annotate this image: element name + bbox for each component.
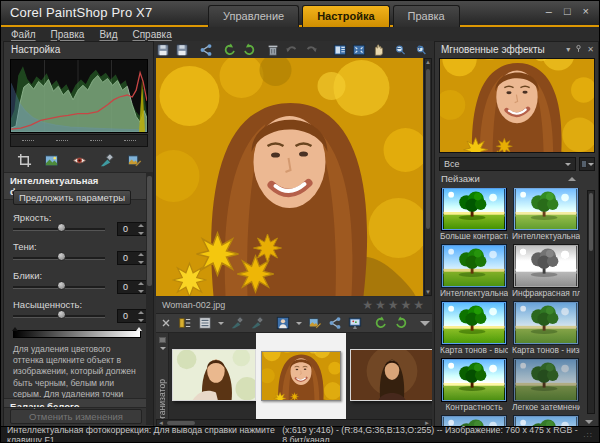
- white-balance-header[interactable]: Баланс белого: [4, 398, 148, 408]
- brightness-spinner[interactable]: 0: [117, 222, 147, 236]
- effect-card[interactable]: Карта тонов - выс...: [440, 302, 508, 359]
- red-eye-icon[interactable]: [70, 152, 88, 168]
- effects-scroll-down-icon[interactable]: [585, 420, 593, 424]
- zoom-in-icon[interactable]: +: [416, 43, 432, 57]
- saturation-spinner[interactable]: 0: [117, 309, 147, 323]
- shadows-slider-thumb[interactable]: [57, 252, 66, 261]
- highlights-slider-group: Блики: 0: [13, 270, 147, 296]
- effects-filter-dropdown[interactable]: Все: [439, 157, 576, 171]
- view-options-arrow-icon[interactable]: [218, 322, 224, 325]
- undo-icon[interactable]: [285, 43, 299, 57]
- organizer-thumb-2-selected[interactable]: [256, 333, 346, 419]
- image-information-icon[interactable]: [333, 43, 347, 57]
- zoom-out-icon[interactable]: –: [395, 43, 411, 57]
- effect-card[interactable]: Контрастность: [440, 359, 508, 416]
- category-collapse-icon[interactable]: [568, 177, 576, 181]
- makeover-icon[interactable]: [98, 152, 116, 168]
- rotate-left-icon[interactable]: [223, 43, 237, 57]
- brush-icon[interactable]: [250, 316, 264, 330]
- saturation-slider-thumb[interactable]: [57, 310, 66, 319]
- organizer-tab-arrow-icon[interactable]: [160, 347, 166, 350]
- rotate-right-icon[interactable]: [242, 43, 256, 57]
- effect-label: Интеллектуальная ...: [512, 231, 580, 241]
- histogram-ticks: [10, 134, 148, 147]
- white-balance-gradient[interactable]: [13, 330, 141, 338]
- pan-icon[interactable]: [371, 43, 385, 57]
- save-options-icon[interactable]: [175, 43, 189, 57]
- pin-icon[interactable]: [574, 42, 587, 55]
- tab-adjust[interactable]: Настройка: [302, 5, 389, 27]
- scroll-down-icon[interactable]: ▼: [425, 289, 431, 295]
- status-bar: Интеллектуальная фотокоррекция: Для выво…: [1, 426, 599, 442]
- shadows-spinner[interactable]: 0: [117, 251, 147, 265]
- status-help-text: Интеллектуальная фотокоррекция: Для выво…: [7, 425, 282, 443]
- menu-bar: Файл Правка Вид Справка: [1, 27, 599, 41]
- close-button[interactable]: ×: [583, 5, 589, 17]
- slideshow-icon[interactable]: [348, 316, 362, 330]
- redo-icon[interactable]: [304, 43, 318, 57]
- effect-card[interactable]: Интеллектуальная ...: [512, 188, 580, 245]
- maximize-button[interactable]: □: [564, 5, 571, 17]
- tag-icon[interactable]: [230, 316, 244, 330]
- rating-stars[interactable]: ★★★★★: [362, 298, 426, 312]
- effect-card[interactable]: Больше контраста: [440, 188, 508, 245]
- crop-icon[interactable]: [15, 152, 33, 168]
- organizer-thumb-3[interactable]: [350, 349, 432, 401]
- menu-help[interactable]: Справка: [132, 29, 171, 40]
- canvas-vertical-scrollbar[interactable]: ▲ ▼: [424, 58, 432, 296]
- effect-card[interactable]: Инфракрасная плен...: [512, 245, 580, 302]
- scroll-up-icon[interactable]: ▲: [425, 59, 431, 65]
- organizer-rotate-left-icon[interactable]: [374, 316, 388, 330]
- fill-light-icon[interactable]: [125, 152, 143, 168]
- status-image-info: (x:619 y:416) - (R:84,G:36,B:13,O:255) -…: [282, 425, 579, 443]
- edit-photo-icon[interactable]: [308, 316, 322, 330]
- organizer-rotate-right-icon[interactable]: [394, 316, 408, 330]
- panel-menu-arrow-icon[interactable]: ▾: [566, 43, 574, 54]
- people-options-arrow-icon[interactable]: [296, 322, 302, 325]
- sort-icon[interactable]: [178, 316, 192, 330]
- menu-view[interactable]: Вид: [99, 29, 117, 40]
- organizer-collapse-icon[interactable]: [420, 321, 430, 326]
- organizer-close-icon[interactable]: [160, 316, 172, 330]
- effect-label: Легкое затемнение: [512, 402, 580, 412]
- brightness-slider-group: Яркость: 0: [13, 212, 147, 238]
- effect-card[interactable]: Легкое затемнение: [512, 359, 580, 416]
- tab-manage[interactable]: Управление: [208, 5, 299, 27]
- straighten-icon[interactable]: [43, 152, 61, 168]
- gradient-marker-left[interactable]: [12, 327, 18, 331]
- people-icon[interactable]: [276, 316, 290, 330]
- effect-card[interactable]: Интеллектуальная ...: [440, 245, 508, 302]
- effects-scrollbar[interactable]: [587, 190, 595, 414]
- resize-grip[interactable]: .::: [583, 430, 593, 439]
- gradient-marker-right[interactable]: [136, 327, 142, 331]
- menu-edit[interactable]: Правка: [51, 29, 85, 40]
- adjust-panel-title: Настройка: [4, 42, 153, 56]
- image-canvas[interactable]: [156, 58, 423, 296]
- share-photo-icon[interactable]: [328, 316, 342, 330]
- tab-edit[interactable]: Правка: [393, 5, 460, 27]
- organizer-panel-icon[interactable]: [159, 337, 166, 343]
- thumbnail-view-icon[interactable]: [198, 316, 212, 330]
- minimize-button[interactable]: –: [546, 5, 552, 17]
- delete-icon[interactable]: [266, 43, 280, 57]
- suggest-settings-button[interactable]: Предложить параметры: [13, 190, 131, 205]
- left-panel-scrollbar[interactable]: [146, 172, 153, 425]
- effect-preview-image: [439, 58, 595, 153]
- category-row[interactable]: Пейзажи: [435, 173, 580, 184]
- share-icon[interactable]: [199, 43, 213, 57]
- highlights-slider-thumb[interactable]: [57, 281, 66, 290]
- highlights-spinner[interactable]: 0: [117, 280, 147, 294]
- organizer-tab[interactable]: Организатор: [156, 333, 169, 419]
- main-toolbar: – +: [156, 42, 432, 57]
- effect-label: Карта тонов - низкие: [512, 345, 580, 355]
- panel-close-icon[interactable]: ✕: [587, 43, 598, 54]
- effect-card[interactable]: Карта тонов - низкие: [512, 302, 580, 359]
- menu-file[interactable]: Файл: [11, 29, 36, 40]
- save-icon[interactable]: [156, 43, 170, 57]
- fit-image-icon[interactable]: [352, 43, 366, 57]
- cancel-changes-button[interactable]: Отменить изменения: [10, 409, 142, 424]
- organizer-thumb-1[interactable]: [172, 349, 256, 401]
- app-window: Corel PaintShop Pro X7 Управление Настро…: [0, 0, 600, 443]
- brightness-slider-thumb[interactable]: [57, 223, 66, 232]
- effects-display-options[interactable]: [579, 157, 595, 171]
